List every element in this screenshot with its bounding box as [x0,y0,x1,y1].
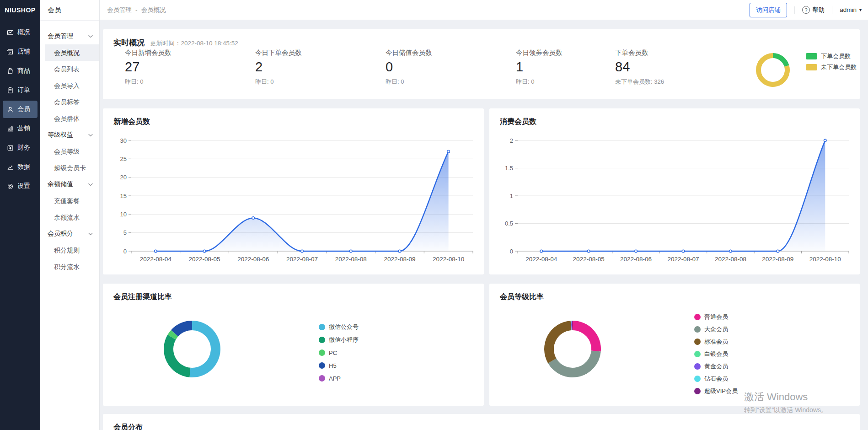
legend-item-超级VIP会员[interactable]: 超级VIP会员 [694,387,738,395]
panel-title: 新增会员数 [103,108,484,127]
legend-item-PC[interactable]: PC [319,349,359,357]
menu-item-积分流水[interactable]: 积分流水 [40,258,99,275]
legend-item-APP[interactable]: APP [319,374,359,382]
secondary-sidebar: 会员 会员管理会员概况会员列表会员导入会员标签会员群体等级权益会员等级超级会员卡… [40,0,100,430]
realtime-header: 实时概况 更新时间：2022-08-10 18:45:52 [103,29,860,48]
store-icon [6,48,14,56]
svg-text:2: 2 [510,137,513,144]
line-charts-row: 新增会员数 0510152025302022-08-042022-08-0520… [103,108,860,274]
legend-label: 白银会员 [704,350,728,358]
legend-item-微信小程序[interactable]: 微信小程序 [319,336,359,344]
sidebar-item-label: 营销 [17,124,30,133]
legend-item-未下单会员数[interactable]: 未下单会员数 [806,63,857,71]
legend-swatch [694,339,701,345]
menu-group-label: 会员管理 [48,32,73,40]
sidebar-item-label: 店铺 [17,48,30,56]
sidebar-item-goods[interactable]: 商品 [3,62,38,80]
legend-label: 黄金会员 [704,362,728,371]
sidebar-item-settings[interactable]: 设置 [3,177,38,195]
breadcrumb: 会员管理 - 会员概况 [107,6,166,14]
sidebar-item-data[interactable]: 数据 [3,158,38,176]
legend-item-白银会员[interactable]: 白银会员 [694,350,738,358]
sidebar-item-marketing[interactable]: 营销 [3,120,38,137]
legend-item-大众会员[interactable]: 大众会员 [694,325,738,333]
menu-item-会员列表[interactable]: 会员列表 [40,61,99,77]
register-channel-donut-chart [162,319,222,379]
goods-icon [6,67,14,75]
sidebar-item-label: 商品 [17,67,30,75]
legend-label: 普通会员 [704,313,728,321]
menu-item-积分规则[interactable]: 积分规则 [40,242,99,258]
primary-sidebar: NIUSHOP 概况店铺商品订单会员营销财务数据设置 [0,0,40,430]
visit-shop-button[interactable]: 访问店铺 [750,3,787,17]
sidebar-item-store[interactable]: 店铺 [3,43,38,60]
svg-text:2022-08-07: 2022-08-07 [667,256,699,263]
legend-item-黄金会员[interactable]: 黄金会员 [694,362,738,371]
sidebar-item-overview[interactable]: 概况 [3,24,38,41]
menu-group-label: 余额储值 [48,180,73,188]
legend-swatch [806,64,817,70]
menu-item-会员概况[interactable]: 会员概况 [45,44,99,61]
secondary-nav: 会员管理会员概况会员列表会员导入会员标签会员群体等级权益会员等级超级会员卡余额储… [40,21,99,275]
member-distribution-panel: 会员分布 [103,414,860,430]
sidebar-item-members[interactable]: 会员 [3,101,38,118]
menu-group-会员管理[interactable]: 会员管理 [40,28,99,44]
user-menu[interactable]: admin ▾ [840,6,862,13]
legend-item-H5[interactable]: H5 [319,361,359,370]
realtime-overview-panel: 实时概况 更新时间：2022-08-10 18:45:52 今日新增会员数 27… [103,29,860,99]
legend-swatch [694,326,701,333]
stat-order-members: 今日下单会员数 2 昨日: 0 [255,48,302,86]
legend-item-下单会员数[interactable]: 下单会员数 [806,52,857,60]
consume-members-line-chart: 00.511.522022-08-042022-08-052022-08-062… [489,134,860,271]
legend-item-标准会员[interactable]: 标准会员 [694,338,738,346]
primary-nav: 概况店铺商品订单会员营销财务数据设置 [0,20,40,195]
stat-stored-members: 今日储值会员数 0 昨日: 0 [386,48,432,86]
legend-label: 标准会员 [704,338,728,346]
legend-swatch [694,376,701,382]
sidebar-item-label: 数据 [17,163,30,171]
orders-icon [6,86,14,94]
svg-text:2022-08-08: 2022-08-08 [715,256,746,263]
svg-text:15: 15 [120,193,127,199]
menu-item-余额流水[interactable]: 余额流水 [40,209,99,226]
legend-swatch [806,53,817,59]
main-content: 实时概况 更新时间：2022-08-10 18:45:52 今日新增会员数 27… [100,20,868,430]
panel-title: 实时概况 [113,38,145,48]
sidebar-item-orders[interactable]: 订单 [3,81,38,99]
menu-item-超级会员卡[interactable]: 超级会员卡 [40,160,99,176]
member-level-panel: 会员等级比率 普通会员大众会员标准会员白银会员黄金会员钻石会员超级VIP会员 [489,284,860,406]
menu-group-等级权益[interactable]: 等级权益 [40,127,99,143]
menu-item-会员导入[interactable]: 会员导入 [40,77,99,94]
menu-item-充值套餐[interactable]: 充值套餐 [40,193,99,209]
breadcrumb-separator: - [135,6,138,13]
sidebar-item-finance[interactable]: 财务 [3,139,38,156]
svg-text:2022-08-08: 2022-08-08 [335,256,367,263]
legend-label: PC [329,349,337,356]
menu-item-会员标签[interactable]: 会员标签 [40,94,99,110]
svg-text:0.5: 0.5 [505,220,513,227]
chevron-down-icon [88,232,93,236]
legend-item-微信公众号[interactable]: 微信公众号 [319,323,359,331]
svg-text:2022-08-05: 2022-08-05 [573,256,605,263]
chevron-down-icon [88,183,93,186]
menu-group-余额储值[interactable]: 余额储值 [40,176,99,193]
legend-item-钻石会员[interactable]: 钻石会员 [694,375,738,383]
stat-coupon-members: 今日领券会员数 1 昨日: 0 [516,48,563,86]
members-icon [6,106,14,113]
panel-title: 会员分布 [103,414,860,430]
overview-icon [6,29,14,37]
sidebar-item-label: 设置 [17,182,30,190]
menu-item-会员群体[interactable]: 会员群体 [40,110,99,127]
svg-text:2022-08-09: 2022-08-09 [384,256,415,263]
legend-item-普通会员[interactable]: 普通会员 [694,313,738,321]
member-level-donut-chart [543,319,602,379]
svg-text:2022-08-10: 2022-08-10 [433,256,464,263]
breadcrumb-parent[interactable]: 会员管理 [107,6,132,14]
brand-logo: NIUSHOP [0,0,40,20]
menu-group-会员积分[interactable]: 会员积分 [40,226,99,242]
help-link[interactable]: ? 帮助 [802,6,825,14]
legend-swatch [319,349,325,356]
menu-item-会员等级[interactable]: 会员等级 [40,143,99,160]
legend-swatch [694,363,701,370]
legend-label: 超级VIP会员 [704,387,738,395]
